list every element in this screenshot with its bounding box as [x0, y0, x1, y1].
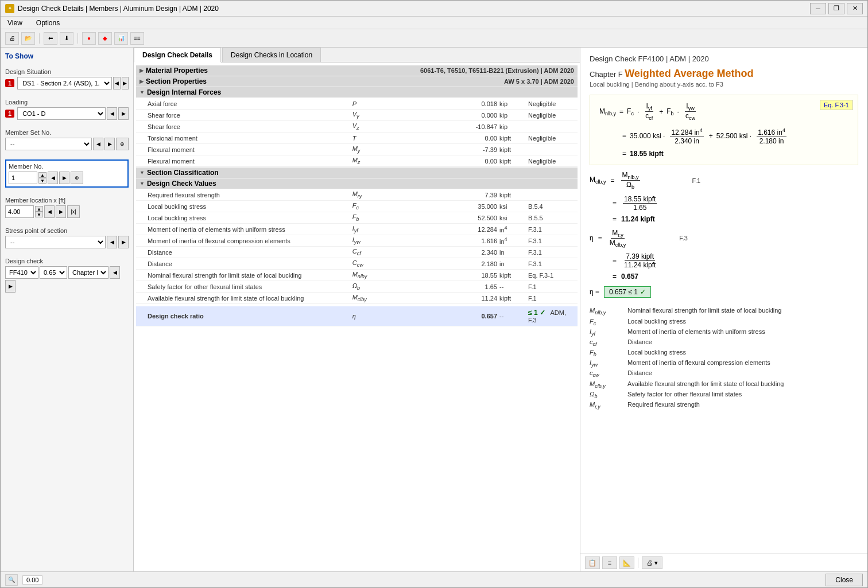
design-check-values-header[interactable]: ▼ Design Check Values [136, 178, 578, 189]
location-next[interactable]: ▶ [56, 205, 66, 218]
row-mz-ref: Negligible [528, 158, 574, 165]
expand-icon-section: ▶ [140, 79, 144, 84]
row-iyf-unit: in4 [499, 225, 528, 233]
status-right: Close [826, 574, 863, 586]
design-check-code-dropdown[interactable]: FF4100 [5, 266, 38, 279]
section-properties-label: Section Properties [146, 77, 207, 85]
close-button[interactable]: Close [826, 574, 863, 586]
member-set-prev[interactable]: ◀ [93, 138, 103, 150]
status-search-btn[interactable]: 🔍 [5, 574, 18, 586]
menu-view[interactable]: View [5, 18, 25, 28]
loading-next[interactable]: ▶ [118, 107, 129, 120]
stress-prev[interactable]: ◀ [107, 236, 117, 248]
formula-toolbar-btn-3[interactable]: 📐 [619, 556, 634, 569]
table-row: Moment of inertia of elements with unifo… [136, 224, 578, 235]
location-up[interactable]: ▲ [35, 206, 43, 212]
design-situation-dropdown[interactable]: DS1 - Section 2.4 (ASD), 1. [17, 77, 112, 89]
formula-toolbar-btn-1[interactable]: 📋 [585, 556, 600, 569]
design-check-group: Design check FF4100 0.657 Chapter F | L.… [5, 258, 129, 293]
formula-toolbar-btn-2[interactable]: ≡ [602, 556, 617, 569]
row-fb-symbol: Fb [350, 213, 454, 222]
design-check-next[interactable]: ▶ [5, 280, 16, 293]
location-down[interactable]: ▼ [35, 212, 43, 217]
ccf-calc-den: 2.340 in [673, 137, 700, 145]
loading-group: Loading 1 CO1 - D ◀ ▶ [5, 99, 129, 120]
member-set-dropdown[interactable]: -- [5, 138, 92, 150]
omegab-calc-den: 1.65 [632, 204, 648, 212]
member-location-label: Member location x [ft] [5, 197, 129, 204]
row-mnlby-value: 18.55 [454, 272, 499, 279]
minimize-button[interactable]: ─ [810, 3, 826, 14]
close-window-button[interactable]: ✕ [847, 3, 863, 14]
row-omegab-value: 1.65 [454, 283, 499, 290]
member-no-up[interactable]: ▲ [38, 172, 46, 178]
design-check-prev[interactable]: ◀ [110, 266, 120, 279]
stress-next[interactable]: ▶ [118, 236, 129, 248]
row-iyw-symbol: Iyw [350, 236, 454, 245]
member-set-extra[interactable]: ⊕ [116, 138, 129, 150]
eta-symbol: η [590, 234, 594, 242]
design-check-ratio-dropdown[interactable]: 0.657 [40, 266, 67, 279]
table-row: Distance Ccf 2.340 in F.3.1 [136, 247, 578, 258]
toolbar-btn-5[interactable]: 📊 [114, 32, 128, 45]
restore-button[interactable]: ❐ [828, 3, 844, 14]
member-no-input[interactable] [9, 172, 37, 184]
member-location-input[interactable] [5, 205, 34, 218]
ratio-value: 0.657 [454, 313, 499, 320]
legend-item-fc: Fc Local buckling stress [590, 318, 858, 326]
table-row: Nominal flexural strength for limit stat… [136, 270, 578, 281]
legend-desc-fb: Local buckling stress [627, 349, 686, 356]
stress-point-dropdown[interactable]: -- [5, 236, 106, 248]
toolbar-btn-1[interactable]: 🖨 [5, 32, 19, 45]
material-properties-header[interactable]: ▶ Material Properties 6061-T6, T6510, T6… [136, 65, 578, 76]
loading-prev[interactable]: ◀ [107, 107, 117, 120]
legend-item-ccf: ccf Distance [590, 338, 858, 347]
loading-dropdown[interactable]: CO1 - D [17, 107, 106, 120]
section-classification-header[interactable]: ▼ Section Classification [136, 168, 578, 178]
row-t-ref: Negligible [528, 135, 574, 142]
toolbar-btn-4[interactable]: ⬇ [60, 32, 73, 45]
toolbar-btn-3[interactable]: ⬅ [44, 32, 57, 45]
row-fc-symbol: Fc [350, 202, 454, 211]
member-no-down[interactable]: ▼ [38, 178, 46, 184]
toolbar-sep-1 [39, 33, 40, 44]
design-check-values-label: Design Check Values [147, 180, 216, 188]
row-fb-name: Local buckling stress [148, 215, 350, 221]
window-controls: ─ ❐ ✕ [810, 3, 863, 14]
formula-toolbar-btn-print[interactable]: 🖨 ▾ [642, 556, 662, 569]
row-vy-unit: kip [499, 112, 528, 119]
row-ccf-ref: F.3.1 [528, 249, 574, 256]
title-bar: ✦ Design Check Details | Members | Alumi… [1, 1, 867, 17]
title-bar-left: ✦ Design Check Details | Members | Alumi… [5, 4, 219, 13]
internal-forces-header[interactable]: ▼ Design Internal Forces [136, 87, 578, 98]
toolbar-btn-red2[interactable]: ◆ [98, 32, 112, 45]
menu-options[interactable]: Options [34, 18, 62, 28]
eta-calc-num: 7.39 kipft [625, 252, 655, 261]
member-set-next[interactable]: ▶ [104, 138, 115, 150]
design-situation-prev[interactable]: ◀ [113, 77, 120, 89]
legend-desc-ccf: Distance [627, 338, 652, 345]
row-axial-unit: kip [499, 100, 528, 107]
member-no-next[interactable]: ▶ [59, 172, 69, 184]
tab-design-check-details[interactable]: Design Check Details [134, 48, 221, 63]
table-row: Required flexural strength Mry 7.39 kipf… [136, 189, 578, 201]
omegab-den: Ωb [625, 181, 636, 190]
check-result-line: η = 0.657 ≤ 1 ✓ [590, 286, 858, 298]
eta-sub-line: = 7.39 kipft 11.24 kipft [590, 252, 858, 269]
mnlby-result: 18.55 kipft [630, 150, 664, 158]
design-situation-next[interactable]: ▶ [122, 77, 129, 89]
toolbar-btn-6[interactable]: ≡≡ [130, 32, 144, 45]
member-no-prev[interactable]: ◀ [48, 172, 58, 184]
location-prev[interactable]: ◀ [44, 205, 55, 218]
design-check-chapter-dropdown[interactable]: Chapter F | L... [68, 266, 108, 279]
section-properties-header[interactable]: ▶ Section Properties AW 5 x 3.70 | ADM 2… [136, 76, 578, 87]
member-no-pick[interactable]: ⊕ [71, 172, 83, 184]
mclby-num: Mnlb,y [621, 171, 640, 181]
tab-design-checks-location[interactable]: Design Checks in Location [222, 48, 321, 62]
location-abs[interactable]: |x| [67, 205, 80, 218]
toolbar-btn-red1[interactable]: ● [82, 32, 96, 45]
member-no-label: Member No. [9, 163, 125, 170]
row-ccw-symbol: Ccw [350, 259, 454, 268]
toolbar-btn-2[interactable]: 📂 [21, 32, 35, 45]
row-omegab-ref: F.1 [528, 283, 574, 290]
